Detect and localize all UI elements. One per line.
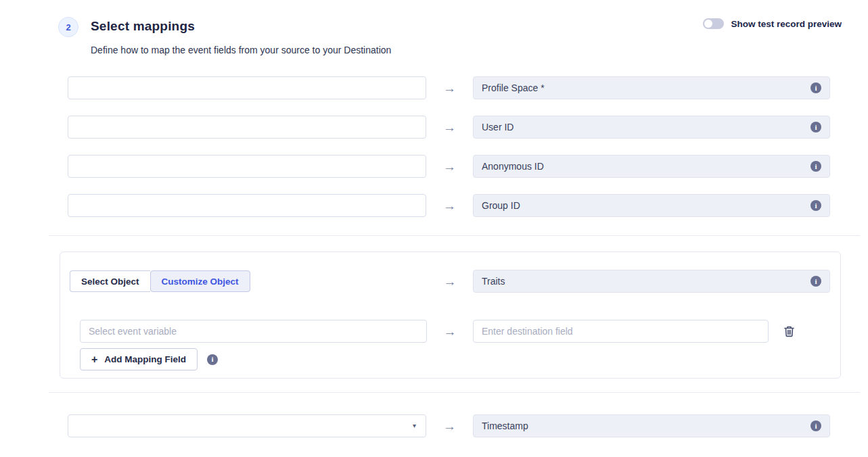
delete-mapping-button[interactable] [782, 324, 796, 339]
source-input-profile-space[interactable] [68, 76, 426, 99]
source-input-anonymous-id[interactable] [68, 155, 426, 178]
destination-label: User ID [482, 122, 810, 133]
mapping-row-profile-space: → Profile Space * i [68, 76, 830, 99]
destination-label: Profile Space * [482, 82, 810, 93]
destination-label: Timestamp [482, 420, 810, 431]
timestamp-mapping-row: ▾ → Timestamp i [68, 414, 830, 437]
tab-select-object[interactable]: Select Object [70, 270, 150, 292]
tab-customize-object[interactable]: Customize Object [150, 270, 250, 292]
section-divider [49, 392, 860, 393]
info-icon[interactable]: i [810, 161, 821, 172]
source-input-user-id[interactable] [68, 116, 426, 139]
chevron-down-icon: ▾ [413, 423, 416, 429]
info-icon[interactable]: i [810, 200, 821, 211]
mapping-row-group-id: → Group ID i [68, 194, 830, 217]
destination-field-profile-space: Profile Space * i [473, 76, 830, 99]
destination-field-anonymous-id: Anonymous ID i [473, 155, 830, 178]
destination-label: Traits [482, 276, 810, 287]
info-icon[interactable]: i [810, 276, 821, 287]
event-variable-input[interactable] [80, 320, 427, 343]
toggle-knob [704, 20, 712, 28]
traits-header-row: Select Object Customize Object → Traits … [70, 270, 840, 293]
test-record-preview-toggle-group: Show test record preview [703, 18, 842, 29]
timestamp-source-select[interactable]: ▾ [68, 414, 426, 437]
mapping-rows: → Profile Space * i → User ID i → Anonym… [68, 76, 830, 233]
add-mapping-field-button[interactable]: + Add Mapping Field [80, 348, 198, 370]
source-input-group-id[interactable] [68, 194, 426, 217]
toggle-label: Show test record preview [731, 19, 842, 29]
destination-label: Anonymous ID [482, 161, 810, 172]
trash-icon [783, 329, 795, 339]
destination-field-group-id: Group ID i [473, 194, 830, 217]
arrow-right-icon: → [427, 275, 473, 288]
destination-label: Group ID [482, 200, 810, 211]
destination-field-user-id: User ID i [473, 116, 830, 139]
show-test-record-preview-toggle[interactable] [703, 18, 724, 29]
arrow-right-icon: → [426, 160, 473, 173]
destination-field-timestamp: Timestamp i [473, 414, 830, 437]
section-divider [49, 235, 860, 236]
info-icon[interactable]: i [207, 354, 218, 365]
info-icon[interactable]: i [810, 122, 821, 133]
add-mapping-field-label: Add Mapping Field [104, 354, 186, 364]
mapping-row-anonymous-id: → Anonymous ID i [68, 155, 830, 178]
traits-mapping-card: Select Object Customize Object → Traits … [60, 251, 841, 379]
arrow-right-icon: → [427, 325, 473, 338]
page-subtitle: Define how to map the event fields from … [91, 45, 391, 55]
destination-field-traits: Traits i [473, 270, 830, 293]
destination-field-input[interactable] [473, 320, 769, 343]
plus-icon: + [91, 354, 97, 366]
arrow-right-icon: → [426, 199, 473, 212]
add-mapping-row: + Add Mapping Field i [80, 348, 840, 370]
page-title: Select mappings [91, 19, 391, 34]
step-number-badge: 2 [58, 17, 78, 37]
arrow-right-icon: → [426, 82, 473, 95]
info-icon[interactable]: i [810, 82, 821, 93]
arrow-right-icon: → [426, 420, 473, 433]
mapping-row-user-id: → User ID i [68, 116, 830, 139]
arrow-right-icon: → [426, 121, 473, 134]
object-mode-segmented-control: Select Object Customize Object [70, 270, 427, 292]
header: 2 Select mappings Define how to map the … [58, 17, 391, 55]
info-icon[interactable]: i [810, 420, 821, 431]
custom-mapping-row: → [80, 320, 840, 343]
